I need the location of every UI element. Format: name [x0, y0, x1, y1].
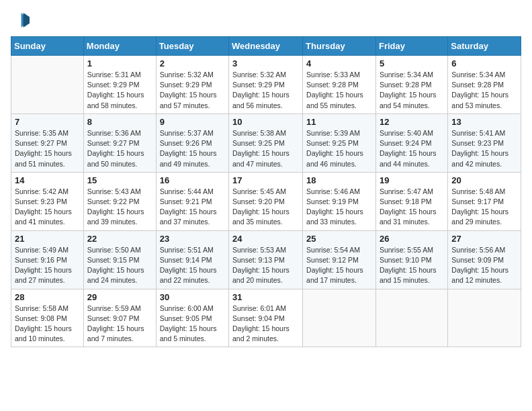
calendar-cell: 30Sunrise: 6:00 AMSunset: 9:05 PMDayligh…: [156, 289, 228, 347]
day-info: Sunrise: 5:46 AMSunset: 9:19 PMDaylight:…: [306, 187, 372, 228]
calendar-cell: 17Sunrise: 5:45 AMSunset: 9:20 PMDayligh…: [229, 172, 303, 230]
calendar-cell: 6Sunrise: 5:34 AMSunset: 9:28 PMDaylight…: [448, 56, 521, 114]
weekday-header-wednesday: Wednesday: [229, 37, 303, 56]
calendar-cell: 20Sunrise: 5:48 AMSunset: 9:17 PMDayligh…: [448, 172, 521, 230]
day-info: Sunrise: 5:31 AMSunset: 9:29 PMDaylight:…: [87, 70, 152, 111]
weekday-header-saturday: Saturday: [448, 37, 521, 56]
day-info: Sunrise: 6:00 AMSunset: 9:05 PMDaylight:…: [160, 304, 225, 345]
calendar-week-4: 21Sunrise: 5:49 AMSunset: 9:16 PMDayligh…: [11, 230, 521, 289]
day-info: Sunrise: 5:53 AMSunset: 9:13 PMDaylight:…: [232, 245, 299, 286]
logo: [11, 11, 31, 30]
calendar-cell: 7Sunrise: 5:35 AMSunset: 9:27 PMDaylight…: [11, 113, 84, 172]
day-number: 14: [15, 175, 80, 185]
calendar-cell: 18Sunrise: 5:46 AMSunset: 9:19 PMDayligh…: [303, 172, 376, 230]
calendar-cell: 23Sunrise: 5:51 AMSunset: 9:14 PMDayligh…: [156, 230, 228, 289]
day-number: 19: [380, 175, 444, 185]
calendar-cell: 8Sunrise: 5:36 AMSunset: 9:27 PMDaylight…: [83, 113, 156, 172]
day-info: Sunrise: 5:33 AMSunset: 9:28 PMDaylight:…: [306, 70, 372, 111]
calendar-cell: 2Sunrise: 5:32 AMSunset: 9:29 PMDaylight…: [156, 56, 228, 114]
calendar-cell: 25Sunrise: 5:54 AMSunset: 9:12 PMDayligh…: [303, 230, 376, 289]
day-info: Sunrise: 5:56 AMSunset: 9:09 PMDaylight:…: [451, 245, 517, 286]
day-info: Sunrise: 5:40 AMSunset: 9:24 PMDaylight:…: [380, 128, 444, 169]
day-number: 8: [87, 117, 152, 127]
day-number: 7: [15, 117, 80, 127]
day-info: Sunrise: 5:49 AMSunset: 9:16 PMDaylight:…: [15, 245, 80, 286]
day-number: 31: [232, 292, 299, 302]
calendar-cell: 22Sunrise: 5:50 AMSunset: 9:15 PMDayligh…: [83, 230, 156, 289]
weekday-header-thursday: Thursday: [303, 37, 376, 56]
calendar-cell: 1Sunrise: 5:31 AMSunset: 9:29 PMDaylight…: [83, 56, 156, 114]
day-number: 15: [87, 175, 152, 185]
day-info: Sunrise: 5:35 AMSunset: 9:27 PMDaylight:…: [15, 128, 80, 169]
day-number: 13: [451, 117, 517, 127]
day-number: 3: [232, 58, 299, 68]
calendar-cell: 19Sunrise: 5:47 AMSunset: 9:18 PMDayligh…: [375, 172, 447, 230]
calendar-cell: 31Sunrise: 6:01 AMSunset: 9:04 PMDayligh…: [229, 289, 303, 347]
day-number: 10: [232, 117, 299, 127]
day-info: Sunrise: 5:59 AMSunset: 9:07 PMDaylight:…: [87, 304, 152, 345]
weekday-header-tuesday: Tuesday: [156, 37, 228, 56]
day-number: 17: [232, 175, 299, 185]
calendar-cell: 21Sunrise: 5:49 AMSunset: 9:16 PMDayligh…: [11, 230, 84, 289]
day-number: 26: [380, 234, 444, 244]
day-info: Sunrise: 5:34 AMSunset: 9:28 PMDaylight:…: [380, 70, 444, 111]
calendar-cell: 16Sunrise: 5:44 AMSunset: 9:21 PMDayligh…: [156, 172, 228, 230]
day-number: 23: [160, 234, 225, 244]
day-number: 28: [15, 292, 80, 302]
day-number: 30: [160, 292, 225, 302]
logo-icon: [11, 11, 30, 30]
calendar-cell: [303, 289, 376, 347]
day-number: 25: [306, 234, 372, 244]
day-number: 6: [451, 58, 517, 68]
calendar-week-5: 28Sunrise: 5:58 AMSunset: 9:08 PMDayligh…: [11, 289, 521, 347]
calendar-cell: 9Sunrise: 5:37 AMSunset: 9:26 PMDaylight…: [156, 113, 228, 172]
calendar-cell: 4Sunrise: 5:33 AMSunset: 9:28 PMDaylight…: [303, 56, 376, 114]
day-info: Sunrise: 5:39 AMSunset: 9:25 PMDaylight:…: [306, 128, 372, 169]
weekday-header-monday: Monday: [83, 37, 156, 56]
day-number: 21: [15, 234, 80, 244]
calendar-cell: 24Sunrise: 5:53 AMSunset: 9:13 PMDayligh…: [229, 230, 303, 289]
day-info: Sunrise: 5:58 AMSunset: 9:08 PMDaylight:…: [15, 304, 80, 345]
calendar-table: SundayMondayTuesdayWednesdayThursdayFrid…: [11, 36, 521, 347]
day-info: Sunrise: 5:32 AMSunset: 9:29 PMDaylight:…: [160, 70, 225, 111]
calendar-cell: 13Sunrise: 5:41 AMSunset: 9:23 PMDayligh…: [448, 113, 521, 172]
day-info: Sunrise: 6:01 AMSunset: 9:04 PMDaylight:…: [232, 304, 299, 345]
day-number: 24: [232, 234, 299, 244]
day-number: 22: [87, 234, 152, 244]
weekday-header-row: SundayMondayTuesdayWednesdayThursdayFrid…: [11, 37, 521, 56]
day-info: Sunrise: 5:41 AMSunset: 9:23 PMDaylight:…: [451, 128, 517, 169]
day-number: 4: [306, 58, 372, 68]
calendar-week-1: 1Sunrise: 5:31 AMSunset: 9:29 PMDaylight…: [11, 56, 521, 114]
day-number: 16: [160, 175, 225, 185]
day-info: Sunrise: 5:55 AMSunset: 9:10 PMDaylight:…: [380, 245, 444, 286]
day-info: Sunrise: 5:37 AMSunset: 9:26 PMDaylight:…: [160, 128, 225, 169]
day-number: 12: [380, 117, 444, 127]
calendar-cell: 26Sunrise: 5:55 AMSunset: 9:10 PMDayligh…: [375, 230, 447, 289]
calendar-week-2: 7Sunrise: 5:35 AMSunset: 9:27 PMDaylight…: [11, 113, 521, 172]
calendar-week-3: 14Sunrise: 5:42 AMSunset: 9:23 PMDayligh…: [11, 172, 521, 230]
day-info: Sunrise: 5:54 AMSunset: 9:12 PMDaylight:…: [306, 245, 372, 286]
day-number: 2: [160, 58, 225, 68]
day-info: Sunrise: 5:43 AMSunset: 9:22 PMDaylight:…: [87, 187, 152, 228]
day-number: 1: [87, 58, 152, 68]
day-info: Sunrise: 5:48 AMSunset: 9:17 PMDaylight:…: [451, 187, 517, 228]
day-info: Sunrise: 5:38 AMSunset: 9:25 PMDaylight:…: [232, 128, 299, 169]
calendar-cell: [375, 289, 447, 347]
calendar-cell: 27Sunrise: 5:56 AMSunset: 9:09 PMDayligh…: [448, 230, 521, 289]
calendar-cell: 3Sunrise: 5:32 AMSunset: 9:29 PMDaylight…: [229, 56, 303, 114]
day-info: Sunrise: 5:47 AMSunset: 9:18 PMDaylight:…: [380, 187, 444, 228]
page-header: [11, 11, 521, 30]
calendar-cell: [11, 56, 84, 114]
calendar-cell: 28Sunrise: 5:58 AMSunset: 9:08 PMDayligh…: [11, 289, 84, 347]
day-info: Sunrise: 5:36 AMSunset: 9:27 PMDaylight:…: [87, 128, 152, 169]
day-info: Sunrise: 5:32 AMSunset: 9:29 PMDaylight:…: [232, 70, 299, 111]
day-info: Sunrise: 5:34 AMSunset: 9:28 PMDaylight:…: [451, 70, 517, 111]
day-number: 11: [306, 117, 372, 127]
day-info: Sunrise: 5:44 AMSunset: 9:21 PMDaylight:…: [160, 187, 225, 228]
day-number: 5: [380, 58, 444, 68]
calendar-cell: [448, 289, 521, 347]
calendar-cell: 5Sunrise: 5:34 AMSunset: 9:28 PMDaylight…: [375, 56, 447, 114]
day-info: Sunrise: 5:50 AMSunset: 9:15 PMDaylight:…: [87, 245, 152, 286]
day-number: 9: [160, 117, 225, 127]
calendar-cell: 15Sunrise: 5:43 AMSunset: 9:22 PMDayligh…: [83, 172, 156, 230]
